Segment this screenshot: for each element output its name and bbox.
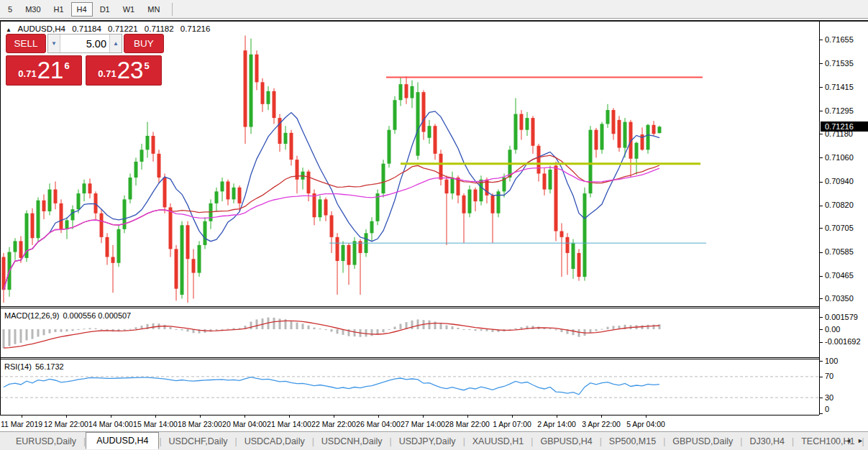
buy-price-prefix: 0.71 [98, 68, 116, 79]
tab-scroll-left-icon[interactable]: ◄ [845, 437, 851, 444]
tab-usdjpy-daily[interactable]: USDJPY,Daily [392, 433, 463, 449]
time-axis-tick [155, 415, 156, 418]
tab-usdcad-daily[interactable]: USDCAD,Daily [237, 433, 312, 449]
price-axis-label: 0.70820 [825, 201, 854, 209]
current-price-tag: 0.71216 [821, 121, 868, 132]
tab-scroll-right-icon[interactable]: ► [857, 437, 864, 444]
buy-price-display[interactable]: 0.71 23 5 [86, 55, 162, 86]
price-axis-tick [820, 206, 823, 206]
volume-input[interactable] [60, 35, 109, 52]
price-axis-tick [820, 276, 823, 277]
time-axis-label: 5 Apr 04:00 [617, 420, 675, 428]
macd-axis-tick [820, 317, 823, 318]
chart-left-border [0, 22, 1, 431]
timeframe-w1-button[interactable]: W1 [117, 2, 141, 17]
price-axis-tick [820, 252, 823, 253]
sell-price-display[interactable]: 0.71 21 6 [6, 55, 82, 86]
time-axis-tick [467, 415, 468, 418]
volume-stepper: ▼ ▲ [47, 34, 122, 53]
macd-label: MACD(12,26,9)0.000556 0.000507 [4, 311, 134, 320]
rsi-axis-label: 0 [825, 405, 829, 413]
sell-price-pips: 21 [37, 57, 64, 84]
time-axis-tick [334, 415, 334, 418]
rsi-axis-tick [820, 361, 823, 362]
ohlc-close: 0.71216 [181, 24, 211, 33]
tab-dj30-h4[interactable]: DJ30,H4 [742, 433, 792, 449]
price-axis-label: 0.71535 [825, 59, 854, 68]
rsi-axis-label: 70 [825, 372, 833, 380]
timeframe-m30-button[interactable]: M30 [19, 2, 46, 17]
tab-ukc[interactable]: UKC [864, 433, 868, 449]
rsi-axis-tick [820, 413, 823, 414]
price-axis-tick [820, 157, 823, 158]
timeframe-mn-button[interactable]: MN [142, 2, 165, 17]
timeframe-5-button[interactable]: 5 [2, 2, 18, 17]
price-axis-label: 0.70705 [825, 224, 854, 232]
price-axis-label: 0.71060 [825, 153, 854, 162]
rsi-axis-tick [820, 377, 823, 377]
time-axis-tick [423, 415, 424, 418]
time-axis-tick [289, 415, 290, 418]
macd-name: MACD(12,26,9) [4, 311, 59, 320]
price-axis: 0.716550.715350.714150.712950.711800.710… [819, 22, 868, 415]
tab-eurusd-daily[interactable]: EURUSD,Daily [9, 433, 83, 449]
chart-collapse-icon[interactable]: ▲ [6, 27, 12, 33]
buy-price-point: 5 [144, 60, 149, 71]
time-axis: 11 Mar 201912 Mar 22:0014 Mar 04:0015 Ma… [0, 415, 819, 431]
one-click-trading-panel: SELL ▼ ▲ BUY 0.71 21 6 0.71 23 5 [6, 34, 164, 86]
price-axis-label: 0.70585 [825, 247, 854, 256]
trading-platform-window: { "toolbar": { "timeframes": ["5", "M30"… [0, 0, 868, 450]
volume-increase-button[interactable]: ▲ [109, 35, 122, 52]
chart-tab-bar: EURUSD,Daily|AUDUSD,H4|USDCHF,Daily|USDC… [0, 431, 868, 450]
chart-symbol-title: AUDUSD,H4 [17, 24, 65, 33]
volume-decrease-button[interactable]: ▼ [48, 35, 60, 52]
time-axis-tick [245, 415, 245, 418]
macd-axis-label: 0.00 [825, 325, 840, 334]
buy-button[interactable]: BUY [124, 34, 164, 53]
time-axis-tick [22, 415, 22, 418]
tab-audusd-h4[interactable]: AUDUSD,H4 [86, 432, 159, 449]
rsi-indicator-panel[interactable] [0, 359, 819, 415]
tab-usdchf-daily[interactable]: USDCHF,Daily [162, 433, 235, 449]
tab-sp500-m15[interactable]: SP500,M15 [602, 433, 663, 449]
time-axis-tick [646, 415, 647, 418]
time-axis-tick [200, 415, 201, 418]
toolbar-separator [172, 3, 173, 16]
price-axis-label: 0.71415 [825, 83, 854, 91]
tab-usdcnh-daily[interactable]: USDCNH,Daily [314, 433, 390, 449]
tab-scroll-controls: ◄► [845, 437, 864, 444]
timeframe-h1-button[interactable]: H1 [48, 2, 70, 17]
price-axis-tick [820, 298, 823, 299]
time-axis-tick [601, 415, 602, 418]
price-axis-label: 0.70465 [825, 271, 854, 280]
timeframe-h4-button[interactable]: H4 [71, 2, 93, 17]
time-axis-tick [557, 415, 557, 418]
price-axis-tick [820, 63, 823, 64]
chart-header: ▲ AUDUSD,H4 0.71184 0.71221 0.71182 0.71… [6, 24, 214, 33]
macd-axis-tick [820, 342, 823, 343]
ohlc-high: 0.71221 [108, 24, 138, 33]
sell-price-point: 6 [64, 60, 69, 71]
ohlc-open: 0.71184 [72, 24, 101, 33]
tab-xauusd-h1[interactable]: XAUUSD,H1 [465, 433, 531, 449]
timeframe-d1-button[interactable]: D1 [94, 2, 116, 17]
price-axis-tick [820, 134, 823, 134]
price-axis-tick [820, 87, 823, 88]
tab-gbpusd-h4[interactable]: GBPUSD,H4 [533, 433, 599, 449]
macd-axis-tick [820, 329, 823, 330]
rsi-axis-label: 100 [825, 357, 838, 365]
price-axis-label: 0.71655 [825, 35, 854, 44]
sell-button[interactable]: SELL [6, 34, 46, 53]
sell-price-prefix: 0.71 [18, 68, 36, 79]
price-axis-label: 0.71295 [825, 106, 854, 115]
price-axis-tick [820, 228, 823, 229]
tab-gbpusd-daily[interactable]: GBPUSD,Daily [665, 433, 740, 449]
macd-axis-label: 0.001579 [825, 313, 858, 321]
rsi-label: RSI(14)56.1732 [4, 362, 68, 371]
price-axis-label: 0.70940 [825, 177, 854, 185]
time-axis-tick [66, 415, 67, 418]
time-axis-tick [378, 415, 379, 418]
price-axis-label: 0.70350 [825, 294, 854, 303]
price-axis-tick [820, 40, 823, 40]
rsi-value: 56.1732 [35, 362, 64, 371]
